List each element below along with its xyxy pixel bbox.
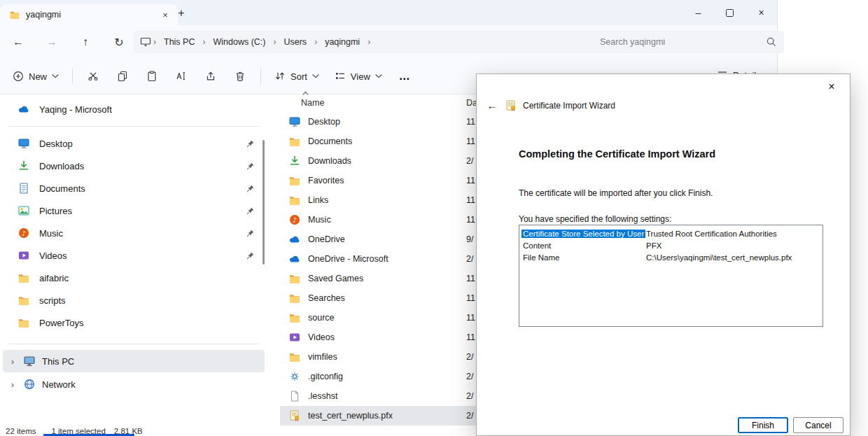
wizard-header: ← Certificate Import Wizard	[485, 99, 615, 111]
file-name: source	[308, 313, 335, 323]
search-box	[592, 31, 784, 53]
sidebar-item-scripts[interactable]: scripts	[4, 289, 263, 311]
cut-button[interactable]	[79, 64, 107, 89]
file-date: 11	[466, 274, 475, 283]
sidebar-item-label: Desktop	[39, 139, 73, 149]
chevron-right-icon: ›	[153, 37, 157, 47]
sidebar-item-aifabric[interactable]: aifabric	[4, 267, 263, 289]
settings-row[interactable]: Content PFX	[519, 239, 822, 251]
copy-button[interactable]	[108, 64, 136, 89]
sidebar-item-label: PowerToys	[39, 318, 84, 328]
music-icon	[288, 214, 301, 225]
sort-button-label: Sort	[290, 71, 307, 82]
certificate-import-wizard-dialog: × ← Certificate Import Wizard Completing…	[476, 73, 850, 436]
chevron-down-icon	[312, 74, 319, 78]
back-button[interactable]: ←	[1, 30, 35, 54]
wizard-description: The certificate will be imported after y…	[519, 188, 713, 198]
sidebar-item-label: Network	[42, 379, 76, 390]
file-date: 11	[466, 117, 475, 127]
sidebar-item-label: Music	[39, 228, 63, 239]
sidebar-item-onedrive[interactable]: Yaqing - Microsoft	[4, 98, 263, 120]
explorer-tab[interactable]: yaqingmi ×	[0, 4, 178, 25]
paste-icon	[146, 71, 158, 82]
copy-icon	[117, 71, 128, 82]
setting-key: Content	[522, 241, 552, 250]
window-controls: – ×	[682, 0, 777, 25]
sidebar-separator	[8, 344, 259, 344]
new-button[interactable]: New	[6, 65, 66, 87]
trash-icon	[234, 71, 246, 82]
file-name: Searches	[308, 293, 345, 303]
close-button[interactable]: ×	[746, 0, 777, 25]
folder-icon	[10, 10, 20, 20]
new-tab-button[interactable]: +	[174, 6, 189, 21]
up-button[interactable]: ↑	[69, 30, 102, 54]
file-icon	[288, 391, 301, 402]
desktop-screen: yaqingmi × + – × ← → ↑ ↻ › This PC ›	[0, 0, 868, 436]
file-name: .gitconfig	[308, 372, 343, 381]
settings-row[interactable]: Certificate Store Selected by User Trust…	[519, 227, 822, 239]
sidebar-item-desktop[interactable]: Desktop	[4, 132, 263, 155]
breadcrumb-users[interactable]: Users	[278, 34, 312, 50]
finish-button[interactable]: Finish	[738, 417, 788, 433]
tab-close-icon[interactable]: ×	[158, 8, 172, 22]
sidebar-item-label: Documents	[39, 183, 85, 194]
breadcrumb-windows-c[interactable]: Windows (C:)	[207, 34, 271, 50]
settings-listbox[interactable]: Certificate Store Selected by User Trust…	[519, 225, 823, 327]
refresh-button[interactable]: ↻	[102, 30, 136, 54]
sidebar-item-label: Videos	[39, 251, 67, 261]
chevron-expand-icon[interactable]: ›	[8, 379, 17, 390]
file-date: 2/	[466, 254, 473, 264]
breadcrumb: › This PC › Windows (C:) › Users › yaqin…	[133, 31, 595, 53]
sidebar-item-label: Yaqing - Microsoft	[39, 104, 112, 115]
rename-icon	[176, 71, 187, 82]
view-button[interactable]: View	[328, 65, 389, 87]
forward-button[interactable]: →	[35, 30, 69, 54]
folder-icon	[288, 136, 301, 147]
column-header-name[interactable]: Name	[301, 98, 324, 108]
navigation-pane: Yaqing - Microsoft Desktop Downloads Doc…	[0, 94, 267, 426]
sort-button[interactable]: Sort	[267, 65, 326, 87]
sidebar-item-network[interactable]: › Network	[3, 373, 265, 395]
folder-icon	[288, 195, 301, 206]
certificate-icon	[288, 410, 301, 421]
more-button[interactable]: …	[391, 64, 419, 89]
sidebar-item-label: aifabric	[39, 273, 69, 283]
sort-icon	[274, 71, 286, 82]
breadcrumb-this-pc[interactable]: This PC	[158, 34, 200, 50]
maximize-button[interactable]	[714, 0, 746, 25]
cancel-button[interactable]: Cancel	[793, 417, 844, 433]
file-name: OneDrive	[308, 234, 345, 244]
cloud-icon	[288, 253, 301, 265]
folder-icon	[288, 273, 301, 284]
settings-row[interactable]: File Name C:\Users\yaqingmi\test_cert_ne…	[519, 251, 822, 263]
folder-icon	[18, 295, 29, 306]
delete-button[interactable]	[226, 64, 254, 89]
pin-icon	[246, 184, 255, 192]
sidebar-item-music[interactable]: Music	[4, 222, 263, 244]
search-icon[interactable]	[766, 36, 777, 48]
sidebar-item-documents[interactable]: Documents	[4, 177, 263, 199]
sidebar-item-powertoys[interactable]: PowerToys	[4, 311, 263, 334]
sidebar-item-downloads[interactable]: Downloads	[4, 155, 263, 177]
folder-icon	[288, 293, 301, 304]
search-input[interactable]	[598, 36, 766, 48]
chevron-right-icon: ›	[202, 37, 206, 47]
chevron-expand-icon[interactable]: ›	[8, 356, 17, 367]
file-date: 2/	[466, 156, 473, 166]
this-pc-icon[interactable]	[140, 36, 151, 48]
breadcrumb-yaqingmi[interactable]: yaqingmi	[319, 34, 365, 50]
rename-button[interactable]	[167, 64, 195, 89]
sidebar-item-this-pc[interactable]: › This PC	[3, 350, 265, 372]
sidebar-scrollbar[interactable]	[262, 140, 265, 265]
share-button[interactable]	[197, 64, 225, 89]
dialog-close-button[interactable]: ×	[820, 78, 843, 95]
minimize-button[interactable]: –	[682, 0, 714, 25]
sidebar-item-videos[interactable]: Videos	[4, 244, 263, 267]
file-date: 9/	[466, 234, 473, 244]
sidebar-item-pictures[interactable]: Pictures	[4, 199, 263, 222]
dialog-back-button[interactable]: ←	[485, 99, 499, 111]
wizard-heading: Completing the Certificate Import Wizard	[519, 148, 715, 160]
file-name: Links	[308, 195, 328, 205]
paste-button[interactable]	[138, 64, 166, 89]
